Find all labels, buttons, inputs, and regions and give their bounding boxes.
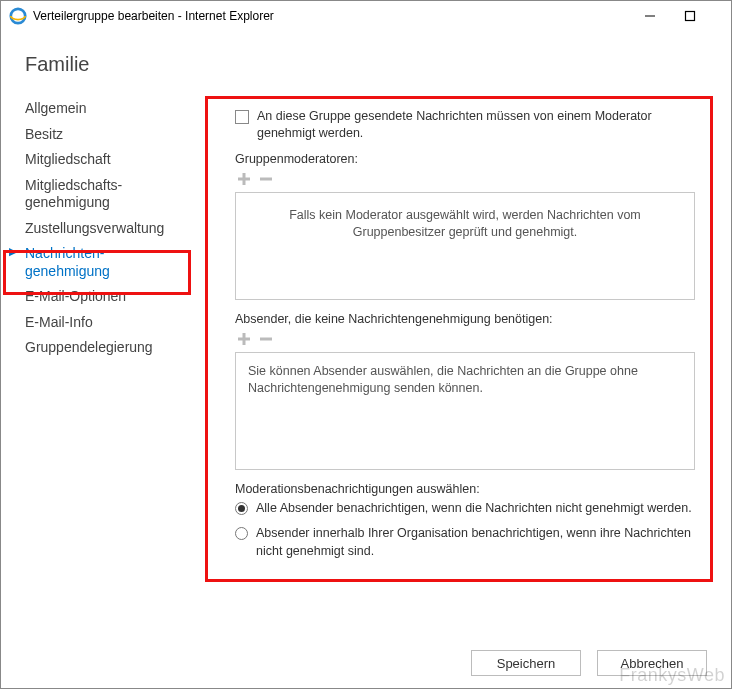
sidebar-item-zustellungsverwaltung[interactable]: Zustellungsverwaltung xyxy=(25,216,205,242)
cancel-button[interactable]: Abbrechen xyxy=(597,650,707,676)
add-moderator-button[interactable] xyxy=(235,170,253,188)
sidebar-item-email-optionen[interactable]: E-Mail-Optionen xyxy=(25,284,205,310)
notify-heading: Moderationsbenachrichtigungen auswählen: xyxy=(235,482,695,496)
sidebar-item-nachrichtengenehmigung[interactable]: Nachrichten- genehmigung xyxy=(25,241,205,284)
svg-rect-2 xyxy=(686,12,695,21)
notify-all-label: Alle Absender benachrichtigen, wenn die … xyxy=(256,500,692,518)
sidebar-item-label: Nachrichten- genehmigung xyxy=(25,245,110,279)
moderators-placeholder: Falls kein Moderator ausgewählt wird, we… xyxy=(289,208,641,240)
ie-icon xyxy=(9,7,27,25)
sidebar-item-label: Gruppendelegierung xyxy=(25,339,153,355)
save-button-label: Speichern xyxy=(497,656,556,671)
remove-bypass-sender-button[interactable] xyxy=(257,330,275,348)
dialog-footer: Speichern Abbrechen xyxy=(471,650,707,676)
remove-moderator-button[interactable] xyxy=(257,170,275,188)
sidebar-item-label: Besitz xyxy=(25,126,63,142)
sidebar-item-label: Mitgliedschafts- genehmigung xyxy=(25,177,122,211)
sidebar-item-label: Zustellungsverwaltung xyxy=(25,220,164,236)
moderators-label: Gruppenmoderatoren: xyxy=(235,152,695,166)
bypass-label: Absender, die keine Nachrichtengenehmigu… xyxy=(235,312,695,326)
cancel-button-label: Abbrechen xyxy=(621,656,684,671)
svg-point-0 xyxy=(11,9,25,23)
save-button[interactable]: Speichern xyxy=(471,650,581,676)
maximize-button[interactable] xyxy=(683,9,697,23)
sidebar-item-mitgliedschaftsgenehmigung[interactable]: Mitgliedschafts- genehmigung xyxy=(25,173,205,216)
notify-all-radio[interactable] xyxy=(235,502,248,515)
approval-required-checkbox[interactable] xyxy=(235,110,249,124)
sidebar-item-label: Mitgliedschaft xyxy=(25,151,111,167)
window-titlebar: Verteilergruppe bearbeiten - Internet Ex… xyxy=(1,1,731,31)
sidebar-item-allgemein[interactable]: Allgemein xyxy=(25,96,205,122)
sidebar-item-label: E-Mail-Optionen xyxy=(25,288,126,304)
approval-required-label: An diese Gruppe gesendete Nachrichten mü… xyxy=(257,108,695,142)
notify-internal-radio[interactable] xyxy=(235,527,248,540)
notify-internal-label: Absender innerhalb Ihrer Organisation be… xyxy=(256,525,695,560)
window-title: Verteilergruppe bearbeiten - Internet Ex… xyxy=(33,9,643,23)
add-bypass-sender-button[interactable] xyxy=(235,330,253,348)
sidebar-item-email-info[interactable]: E-Mail-Info xyxy=(25,310,205,336)
sidebar-item-gruppendelegierung[interactable]: Gruppendelegierung xyxy=(25,335,205,361)
bypass-placeholder: Sie können Absender auswählen, die Nachr… xyxy=(248,364,638,396)
main-panel: An diese Gruppe gesendete Nachrichten mü… xyxy=(205,96,707,582)
moderators-listbox[interactable]: Falls kein Moderator ausgewählt wird, we… xyxy=(235,192,695,300)
bypass-listbox[interactable]: Sie können Absender auswählen, die Nachr… xyxy=(235,352,695,470)
sidebar-item-besitz[interactable]: Besitz xyxy=(25,122,205,148)
sidebar-item-label: E-Mail-Info xyxy=(25,314,93,330)
sidebar-item-label: Allgemein xyxy=(25,100,86,116)
sidebar-item-mitgliedschaft[interactable]: Mitgliedschaft xyxy=(25,147,205,173)
page-title: Familie xyxy=(1,31,731,96)
sidebar: Allgemein Besitz Mitgliedschaft Mitglied… xyxy=(25,96,205,361)
minimize-button[interactable] xyxy=(643,9,657,23)
